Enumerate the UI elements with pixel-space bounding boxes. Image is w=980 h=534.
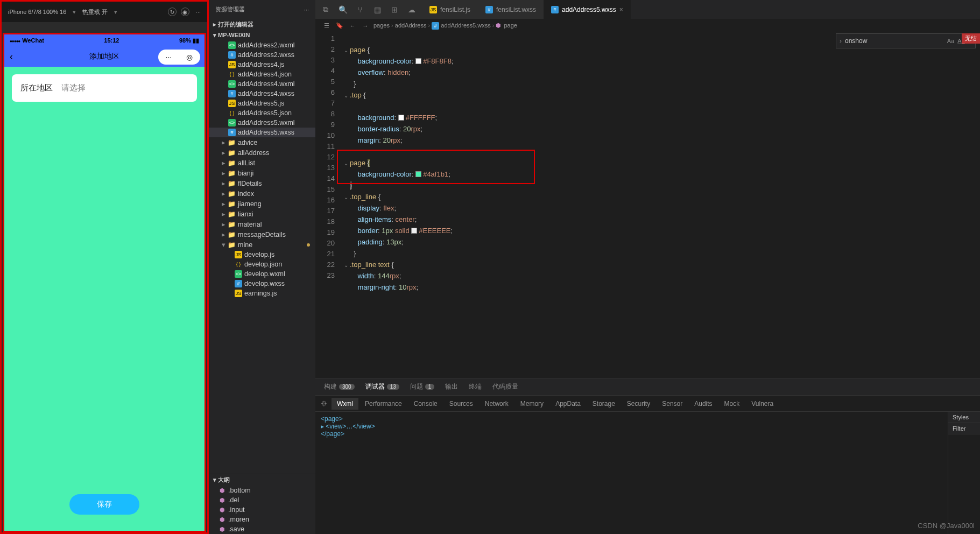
folder-item[interactable]: ▸ index xyxy=(209,188,315,199)
nav-title: 添加地区 xyxy=(89,52,119,61)
bookmark-icon[interactable]: 🔖 xyxy=(335,21,344,31)
file-item[interactable]: <>addAddress2.wxml xyxy=(209,40,315,50)
phone-status-bar: WeChat 15:12 98% ▮▮ xyxy=(4,34,205,46)
copy-icon[interactable]: ⧉ xyxy=(319,3,333,17)
json-file-icon: { } xyxy=(235,261,242,268)
folder-item[interactable]: ▸ advice xyxy=(209,137,315,147)
js-file-icon: JS xyxy=(228,61,236,68)
panel-tab[interactable]: 构建300 xyxy=(320,380,359,394)
styles-header[interactable]: Styles xyxy=(948,412,980,423)
panel-tab[interactable]: 代码质量 xyxy=(488,380,523,394)
folder-item-open[interactable]: ▾ mine xyxy=(209,240,315,250)
folder-item[interactable]: ▸ jiameng xyxy=(209,199,315,209)
devtools-tab[interactable]: Network xyxy=(480,398,514,410)
file-item[interactable]: #addAddress5.wxss xyxy=(209,128,315,137)
file-item[interactable]: #addAddress2.wxss xyxy=(209,50,315,60)
devtools-tab[interactable]: Wxml xyxy=(332,398,358,410)
panel-tab-bar: 构建300调试器13问题1输出终端代码质量 xyxy=(315,378,980,396)
wxml-file-icon: <> xyxy=(228,80,236,88)
capsule-button[interactable]: ···◎ xyxy=(158,50,200,65)
code-editor[interactable]: 1234567891011121314151617181920212223 ⌄p… xyxy=(315,32,980,378)
devtools-tab[interactable]: Mock xyxy=(719,398,745,410)
cloud-icon[interactable]: ☁ xyxy=(405,3,419,17)
explorer-more-icon[interactable]: ··· xyxy=(304,6,309,13)
inspect-icon[interactable]: ⯐ xyxy=(318,400,330,407)
back-icon[interactable]: ‹ xyxy=(10,51,13,62)
close-tab-icon[interactable]: × xyxy=(619,6,623,13)
devtools-tab[interactable]: Audits xyxy=(689,398,717,410)
search-icon[interactable]: 🔍 xyxy=(336,3,350,17)
editor-tab[interactable]: #fensiList.wxss xyxy=(478,0,544,19)
breadcrumb[interactable]: ☰ 🔖 ← → pages › addAddress › # addAddres… xyxy=(315,19,980,32)
nav-forward-icon[interactable]: → xyxy=(361,21,370,31)
record-icon[interactable]: ◉ xyxy=(181,8,189,16)
file-item[interactable]: #develop.wxss xyxy=(209,279,315,289)
devtools-tab[interactable]: AppData xyxy=(550,398,586,410)
project-section[interactable]: MP-WEIXIN xyxy=(209,30,315,40)
refresh-icon[interactable]: ↻ xyxy=(168,8,177,16)
editor-tab[interactable]: JSfensiList.js xyxy=(422,0,478,19)
devtools-tab[interactable]: Storage xyxy=(587,398,621,410)
nav-back-icon[interactable]: ← xyxy=(348,21,357,31)
outline-item[interactable]: ⬢.bottom xyxy=(209,486,315,495)
folder-item[interactable]: ▸ bianji xyxy=(209,168,315,178)
devtools-tab[interactable]: Security xyxy=(622,398,655,410)
devtools-tab[interactable]: Memory xyxy=(515,398,549,410)
more-button[interactable]: ··· xyxy=(194,8,203,16)
outline-item[interactable]: ⬢.input xyxy=(209,505,315,515)
devtools-tab[interactable]: Console xyxy=(408,398,443,410)
editor-action-bar: ⧉ 🔍 ⑂ ▦ ⊞ ☁ xyxy=(315,0,422,19)
outline-item[interactable]: ⬢.moren xyxy=(209,515,315,524)
file-item[interactable]: JSaddAddress5.js xyxy=(209,99,315,108)
folder-item[interactable]: ▸ material xyxy=(209,219,315,229)
devtools-tab[interactable]: Sources xyxy=(444,398,478,410)
list-icon[interactable]: ☰ xyxy=(322,21,332,31)
extensions-icon[interactable]: ⊞ xyxy=(387,3,401,17)
source-control-icon[interactable]: ⑂ xyxy=(353,3,367,17)
field-label: 所在地区 xyxy=(20,83,53,93)
folder-item[interactable]: ▸ allList xyxy=(209,158,315,168)
match-case-icon[interactable]: Aa xyxy=(947,38,954,44)
file-item[interactable]: #addAddress4.wxss xyxy=(209,89,315,99)
folder-item[interactable]: ▸ messageDetails xyxy=(209,229,315,240)
outline-section[interactable]: 大纲 xyxy=(209,474,315,486)
file-item[interactable]: JSearnings.js xyxy=(209,289,315,298)
folder-item[interactable]: ▸ lianxi xyxy=(209,209,315,219)
wxss-file-icon: # xyxy=(485,6,493,13)
file-item[interactable]: <>addAddress4.wxml xyxy=(209,79,315,89)
file-item[interactable]: <>develop.wxml xyxy=(209,269,315,279)
file-item[interactable]: { }addAddress4.json xyxy=(209,69,315,79)
styles-filter[interactable]: Filter xyxy=(948,423,980,434)
file-item[interactable]: <>addAddress5.wxml xyxy=(209,118,315,128)
panel-tab[interactable]: 终端 xyxy=(464,380,486,394)
editor-tab[interactable]: #addAddress5.wxss× xyxy=(544,0,631,19)
file-item[interactable]: JSdevelop.js xyxy=(209,250,315,259)
find-input[interactable] xyxy=(845,37,944,45)
devtools-tab[interactable]: Vulnera xyxy=(746,398,779,410)
simulator-toolbar: iPhone 6/7/8 100% 16▾ 热重载 开▾ ↻ ◉ ··· xyxy=(2,2,207,22)
panel-tab[interactable]: 问题1 xyxy=(406,380,439,394)
devtools-tab[interactable]: Sensor xyxy=(657,398,688,410)
panel-tab[interactable]: 调试器13 xyxy=(361,380,404,394)
file-item[interactable]: { }addAddress5.json xyxy=(209,108,315,118)
expand-find-icon[interactable]: › xyxy=(840,37,842,45)
debug-icon[interactable]: ▦ xyxy=(370,3,384,17)
outline-item[interactable]: ⬢.save xyxy=(209,524,315,534)
panel-tab[interactable]: 输出 xyxy=(441,380,462,394)
file-item[interactable]: JSaddAddress4.js xyxy=(209,60,315,69)
open-editors-section[interactable]: 打开的编辑器 xyxy=(209,19,315,30)
wxml-tree[interactable]: <page> ▸ <view>…</view></page> xyxy=(315,412,948,534)
field-placeholder: 请选择 xyxy=(61,83,86,93)
region-picker-row[interactable]: 所在地区 请选择 xyxy=(12,74,197,102)
folder-item[interactable]: ▸ allAddress xyxy=(209,147,315,158)
save-button[interactable]: 保存 xyxy=(69,494,139,515)
devtools-tab[interactable]: Performance xyxy=(359,398,407,410)
js-file-icon: JS xyxy=(429,6,437,13)
file-item[interactable]: { }develop.json xyxy=(209,259,315,269)
phone-frame: WeChat 15:12 98% ▮▮ ‹ 添加地区 ···◎ 所在地区 请选择… xyxy=(3,33,206,532)
device-selector[interactable]: iPhone 6/7/8 100% 16 xyxy=(6,8,68,16)
find-widget[interactable]: › Aa Ab .* xyxy=(836,33,976,48)
outline-item[interactable]: ⬢.del xyxy=(209,495,315,505)
folder-item[interactable]: ▸ flDetails xyxy=(209,178,315,188)
hot-reload-toggle[interactable]: 热重载 开 xyxy=(80,7,110,17)
